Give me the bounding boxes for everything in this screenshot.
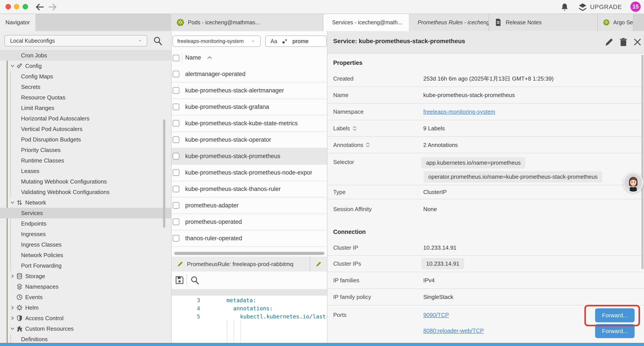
sidebar-item-ingresses[interactable]: Ingresses xyxy=(0,229,172,239)
chevron-right-icon[interactable] xyxy=(10,305,15,310)
table-row-kube-prometheus-stack-grafana[interactable]: kube-prometheus-stack-grafana xyxy=(172,99,327,115)
list-horizontal-scrollbar-thumb[interactable] xyxy=(174,252,324,255)
table-row-kube-prometheus-stack-prometheus-node-expor[interactable]: kube-prometheus-stack-prometheus-node-ex… xyxy=(172,165,327,181)
regex-toggle[interactable]: * xyxy=(282,38,287,45)
sidebar-scrollbar-thumb[interactable] xyxy=(163,119,165,228)
row-checkbox[interactable] xyxy=(173,120,179,127)
table-row-kube-prometheus-stack-prometheus[interactable]: kube-prometheus-stack-prometheus xyxy=(172,148,327,165)
match-case-toggle[interactable]: Aa xyxy=(270,38,277,44)
ip-family-policy-row: IP family policy SingleStack xyxy=(328,289,644,306)
annotations-expander[interactable] xyxy=(366,143,370,147)
assistant-avatar[interactable] xyxy=(623,173,643,193)
tab-services-icecheng-math[interactable]: Services - icecheng@math...✕ xyxy=(323,13,409,31)
sidebar-item-helm[interactable]: Helm xyxy=(0,303,172,313)
chevron-down-icon[interactable] xyxy=(10,63,15,68)
zoom-window-button[interactable] xyxy=(22,4,28,9)
details-scrollbar-thumb[interactable] xyxy=(641,55,644,269)
chevron-right-icon[interactable] xyxy=(10,274,15,279)
sidebar-item-vertical-pod-autoscalers[interactable]: Vertical Pod Autoscalers xyxy=(0,124,172,134)
row-checkbox[interactable] xyxy=(173,186,179,192)
tab-argo-se[interactable]: Argo Se xyxy=(598,13,634,31)
sidebar-item-config-maps[interactable]: Config Maps xyxy=(0,71,172,82)
sidebar-item-priority-classes[interactable]: Priority Classes xyxy=(0,145,172,155)
sidebar-item-secrets[interactable]: Secrets xyxy=(0,82,172,92)
sidebar-item-runtime-classes[interactable]: Runtime Classes xyxy=(0,155,172,166)
port-link-9090[interactable]: 9090/TCP xyxy=(423,312,449,319)
chevron-down-icon[interactable] xyxy=(10,326,15,331)
sidebar-item-network-policies[interactable]: Network Policies xyxy=(0,250,172,260)
table-row-kube-prometheus-stack-thanos-ruler[interactable]: kube-prometheus-stack-thanos-ruler xyxy=(172,181,327,198)
select-all-checkbox[interactable] xyxy=(173,55,179,61)
upgrade-button[interactable]: UPGRADE xyxy=(578,2,622,12)
editor-tab-prometheusrule[interactable]: PrometheusRule: freeleaps-prod-rabbitmq xyxy=(172,257,310,272)
sidebar-search-icon[interactable] xyxy=(153,36,163,45)
table-row-kube-prometheus-stack-alertmanager[interactable]: kube-prometheus-stack-alertmanager xyxy=(172,82,327,99)
sidebar-item-custom-resources[interactable]: Custom Resources xyxy=(0,324,172,334)
namespace-link[interactable]: freeleaps-monitoring-system xyxy=(423,108,495,115)
tab-pods-icecheng-mathmas[interactable]: Pods - icecheng@mathmas... xyxy=(171,13,323,31)
back-icon[interactable] xyxy=(35,2,44,12)
filter-input[interactable]: Aa * prome xyxy=(265,35,326,47)
sort-ascending-icon[interactable] xyxy=(207,56,212,59)
sidebar-item-storage[interactable]: Storage xyxy=(0,271,172,281)
row-checkbox[interactable] xyxy=(173,104,179,110)
row-checkbox[interactable] xyxy=(173,153,179,159)
close-window-button[interactable] xyxy=(6,4,11,9)
annotations-row: Annotations 2 Annotations xyxy=(328,137,644,153)
table-row-thanos-ruler-operated[interactable]: thanos-ruler-operated xyxy=(172,230,327,247)
table-row-kube-prometheus-stack-kube-state-metrics[interactable]: kube-prometheus-stack-kube-state-metrics xyxy=(172,115,327,132)
sidebar-item-cron-jobs[interactable]: Cron Jobs xyxy=(0,50,172,61)
sidebar-item-leases[interactable]: Leases xyxy=(0,166,172,176)
forward-icon[interactable] xyxy=(48,2,58,12)
table-row-prometheus-operated[interactable]: prometheus-operated xyxy=(172,214,327,230)
save-icon[interactable] xyxy=(175,276,184,285)
row-checkbox[interactable] xyxy=(173,87,179,94)
puzzle-icon xyxy=(16,326,23,332)
port-link-8080[interactable]: 8080:reloader-web/TCP xyxy=(423,327,484,334)
editor-tab-next[interactable] xyxy=(310,257,327,272)
notifications-bell-icon[interactable] xyxy=(560,2,569,12)
sidebar-item-access-control[interactable]: Access Control xyxy=(0,313,172,324)
sidebar-item-resource-quotas[interactable]: Resource Quotas xyxy=(0,92,172,103)
chevron-down-icon[interactable] xyxy=(10,200,15,205)
tab-prometheus-rules-icecheng[interactable]: Prometheus Rules - icecheng... xyxy=(409,13,489,31)
sidebar-item-config[interactable]: Config xyxy=(0,61,172,71)
table-row-alertmanager-operated[interactable]: alertmanager-operated xyxy=(172,66,327,82)
namespace-selector[interactable]: freeleaps-monitoring-system xyxy=(172,35,260,47)
minimize-window-button[interactable] xyxy=(14,4,19,9)
sidebar-item-endpoints[interactable]: Endpoints xyxy=(0,218,172,229)
sidebar-item-validating-webhook-configurations[interactable]: Validating Webhook Configurations xyxy=(0,187,172,197)
sidebar-item-port-forwarding[interactable]: Port Forwarding xyxy=(0,260,172,271)
sidebar-item-namespaces[interactable]: Namespaces xyxy=(0,281,172,292)
editor-search-icon[interactable] xyxy=(190,276,200,285)
delete-trash-icon[interactable] xyxy=(618,37,628,47)
table-row-kube-prometheus-stack-operator[interactable]: kube-prometheus-stack-operator xyxy=(172,132,327,148)
notification-count-badge[interactable]: 15 xyxy=(630,1,641,12)
row-checkbox[interactable] xyxy=(173,219,179,225)
tab-label: Prometheus Rules - icecheng... xyxy=(418,19,489,26)
row-checkbox[interactable] xyxy=(173,202,179,209)
row-checkbox[interactable] xyxy=(173,169,179,176)
sidebar-item-ingress-classes[interactable]: Ingress Classes xyxy=(0,239,172,250)
tab-release-notes[interactable]: Release Notes xyxy=(489,13,598,31)
sidebar-item-network[interactable]: Network xyxy=(0,197,172,208)
edit-pencil-icon[interactable] xyxy=(604,37,614,47)
row-checkbox[interactable] xyxy=(173,235,179,242)
kubeconfig-selector[interactable]: Local Kubeconfigs xyxy=(4,35,147,46)
close-icon[interactable] xyxy=(632,37,642,47)
sidebar-item-limit-ranges[interactable]: Limit Ranges xyxy=(0,103,172,113)
pencil-icon xyxy=(316,261,322,267)
sidebar-item-pod-disruption-budgets[interactable]: Pod Disruption Budgets xyxy=(0,134,172,145)
sidebar-item-events[interactable]: Events xyxy=(0,292,172,303)
row-checkbox[interactable] xyxy=(173,136,179,143)
table-row-prometheus-adapter[interactable]: prometheus-adapter xyxy=(172,198,327,214)
navigator-panel-tab[interactable]: Navigator xyxy=(0,13,35,31)
name-column-header[interactable]: Name xyxy=(185,54,201,61)
yaml-code-area[interactable]: 3metadata:4annotations:5kubectl.kubernet… xyxy=(172,296,327,346)
chevron-right-icon[interactable] xyxy=(10,316,15,321)
row-checkbox[interactable] xyxy=(173,71,179,77)
sidebar-item-mutating-webhook-configurations[interactable]: Mutating Webhook Configurations xyxy=(0,176,172,187)
labels-expander[interactable] xyxy=(353,126,357,131)
sidebar-item-services[interactable]: Services xyxy=(0,208,172,218)
sidebar-item-horizontal-pod-autoscalers[interactable]: Horizontal Pod Autoscalers xyxy=(0,113,172,124)
